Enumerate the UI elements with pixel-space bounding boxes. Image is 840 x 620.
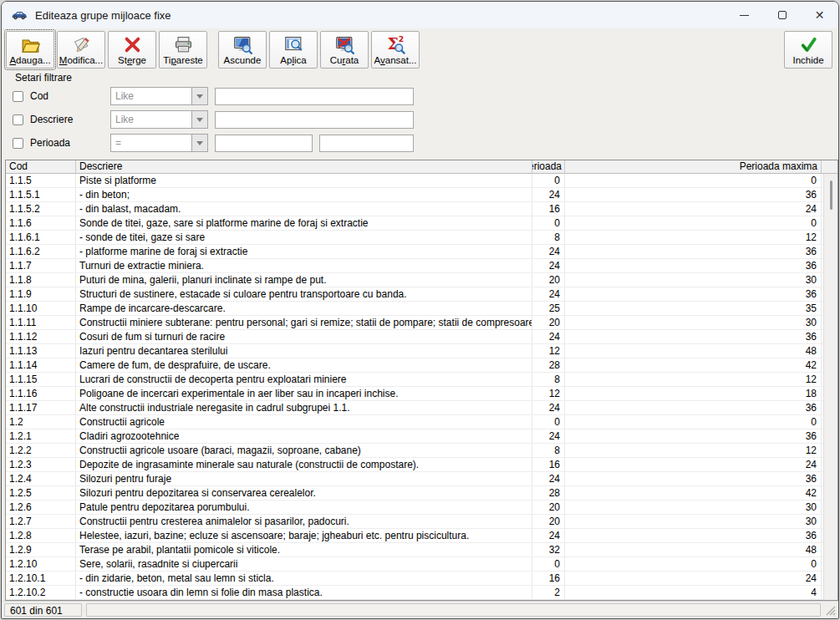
descriere-filter-input[interactable] xyxy=(215,111,414,129)
modifica-button[interactable]: Modifica... xyxy=(57,31,105,69)
table-row[interactable]: 1.1.15Lucrari de constructii de decopert… xyxy=(6,373,837,387)
adauga-button[interactable]: Adauga... xyxy=(6,31,54,69)
table-row[interactable]: 1.2.10Sere, solarii, rasadnite si ciuper… xyxy=(6,557,837,572)
cell-perioada: 24 xyxy=(532,330,565,343)
filter-row-perioada: Perioada= xyxy=(10,134,414,152)
table-row[interactable]: 1.2.6Patule pentru depozitarea porumbulu… xyxy=(6,501,837,515)
table-row[interactable]: 1.2.9Terase pe arabil, plantatii pomicol… xyxy=(6,543,837,557)
vertical-scrollbar[interactable] xyxy=(823,174,837,600)
cod-checkbox[interactable] xyxy=(13,91,23,102)
button-label: Inchide xyxy=(792,55,823,65)
perioada-filter-input-2[interactable] xyxy=(319,135,414,152)
cod-filter-input[interactable] xyxy=(215,88,414,105)
inchide-button[interactable]: Inchide xyxy=(784,31,832,69)
cell-perioada-maxima: 36 xyxy=(565,245,822,258)
cell-cod: 1.1.16 xyxy=(6,387,76,400)
curata-button[interactable]: Curata xyxy=(320,31,369,69)
table-row[interactable]: 1.1.17Alte constructii industriale nereg… xyxy=(6,401,837,415)
sterge-button[interactable]: Sterge xyxy=(108,31,156,69)
table-row[interactable]: 1.1.5.1- din beton;2436 xyxy=(6,188,837,202)
cell-cod: 1.2.7 xyxy=(6,515,76,528)
table-row[interactable]: 1.1.5.2- din balast, macadam.1624 xyxy=(6,202,837,216)
cell-descriere: Cosuri de fum si turnuri de racire xyxy=(76,330,532,343)
table-row[interactable]: 1.2.10.2- constructie usoara din lemn si… xyxy=(6,586,837,600)
table-row[interactable]: 1.1.9Structuri de sustinere, estacade si… xyxy=(6,287,837,302)
perioada-checkbox[interactable] xyxy=(13,138,23,149)
button-label: Sterge xyxy=(118,55,146,65)
hide-monitor-icon xyxy=(233,34,252,54)
cell-perioada: 24 xyxy=(532,472,565,485)
button-label: Aplica xyxy=(280,55,306,65)
filter-title: Setari filtrare xyxy=(15,72,414,84)
cell-descriere: Iazuri pentru decantarea sterilului xyxy=(76,344,532,358)
table-row[interactable]: 1.1.10Rampe de incarcare-descarcare.2535 xyxy=(6,302,837,316)
table-row[interactable]: 1.1.7Turnuri de extractie miniera.2436 xyxy=(6,259,837,273)
cell-cod: 1.1.7 xyxy=(6,259,76,272)
minimize-button[interactable] xyxy=(725,2,763,28)
maximize-button[interactable] xyxy=(763,2,801,28)
perioada-filter-input-1[interactable] xyxy=(215,135,313,152)
table-row[interactable]: 1.1.6Sonde de titei, gaze, sare si platf… xyxy=(6,216,837,231)
avansat-button[interactable]: Σ2Avansat... xyxy=(371,31,420,69)
cell-cod: 1.1.14 xyxy=(6,358,76,372)
filter-check-descriere: Descriere xyxy=(10,114,110,125)
table-row[interactable]: 1.2.2Constructii agricole usoare (baraci… xyxy=(6,444,837,458)
data-grid: CodDescrierePerioadaPerioada maxima 1.1.… xyxy=(5,160,838,601)
status-panel xyxy=(86,603,821,617)
table-row[interactable]: 1.1.11Constructii miniere subterane: pen… xyxy=(6,316,837,330)
table-row[interactable]: 1.1.8Puturi de mina, galerii, planuri in… xyxy=(6,273,837,287)
cell-descriere: Constructii agricole usoare (baraci, mag… xyxy=(76,444,532,457)
table-row[interactable]: 1.1.16Poligoane de incercari experimenta… xyxy=(6,387,837,401)
record-count: 601 din 601 xyxy=(4,603,82,617)
resize-grip-icon[interactable] xyxy=(824,604,837,617)
table-row[interactable]: 1.2.4Silozuri pentru furaje2436 xyxy=(6,472,837,486)
table-row[interactable]: 1.2.1Cladiri agrozootehnice2436 xyxy=(6,429,837,444)
cell-perioada-maxima: 36 xyxy=(565,287,822,301)
ascunde-button[interactable]: Ascunde xyxy=(218,31,267,69)
cell-perioada-maxima: 48 xyxy=(565,344,822,358)
table-row[interactable]: 1.1.5Piste si platforme00 xyxy=(6,174,837,188)
chevron-down-icon[interactable] xyxy=(191,88,207,104)
table-row[interactable]: 1.1.6.2- platforme marine de foraj si ex… xyxy=(6,245,837,259)
cell-descriere: Sonde de titei, gaze, sare si platforme … xyxy=(76,216,532,230)
descriere-operator-select[interactable]: Like xyxy=(110,110,208,129)
column-header-cod[interactable]: Cod xyxy=(6,160,76,173)
filter-panel: Setari filtrare CodLikeDescriereLikePeri… xyxy=(10,72,414,157)
filter-label: Cod xyxy=(30,90,48,102)
perioada-operator-select[interactable]: = xyxy=(110,134,208,152)
table-row[interactable]: 1.2.7Constructii pentru cresterea animal… xyxy=(6,515,837,529)
cell-cod: 1.2 xyxy=(6,415,76,429)
cell-perioada: 24 xyxy=(532,287,565,301)
chevron-down-icon[interactable] xyxy=(191,135,207,151)
table-row[interactable]: 1.1.13Iazuri pentru decantarea sterilulu… xyxy=(6,344,837,358)
chevron-down-icon[interactable] xyxy=(191,111,207,128)
close-button[interactable]: ✕ xyxy=(801,2,838,28)
column-header-descriere[interactable]: Descriere xyxy=(76,160,532,173)
column-header-perioada-maxima[interactable]: Perioada maxima xyxy=(565,160,822,173)
cell-perioada-maxima: 35 xyxy=(565,302,822,315)
close-icon: ✕ xyxy=(815,9,825,21)
cell-perioada-maxima: 36 xyxy=(565,529,822,542)
delete-x-icon xyxy=(123,34,142,54)
table-row[interactable]: 1.2.10.1- din zidarie, beton, metal sau … xyxy=(6,572,837,586)
cell-perioada: 20 xyxy=(532,316,565,329)
table-row[interactable]: 1.2.3Depozite de ingrasaminte minerale s… xyxy=(6,458,837,472)
table-row[interactable]: 1.2.8Helestee, iazuri, bazine; ecluze si… xyxy=(6,529,837,543)
tipareste-button[interactable]: Tipareste xyxy=(159,31,207,69)
button-label: Curata xyxy=(330,55,359,65)
descriere-checkbox[interactable] xyxy=(13,114,23,125)
table-row[interactable]: 1.1.14Camere de fum, de desprafuire, de … xyxy=(6,358,837,373)
cell-descriere: - constructie usoara din lemn si folie d… xyxy=(76,586,532,599)
table-row[interactable]: 1.2.5Silozuri pentru depozitarea si cons… xyxy=(6,486,837,501)
button-label: Ascunde xyxy=(224,55,262,65)
table-row[interactable]: 1.1.6.1- sonde de titei, gaze si sare812 xyxy=(6,231,837,245)
cod-operator-select[interactable]: Like xyxy=(110,87,208,105)
column-header-perioada[interactable]: Perioada xyxy=(532,160,565,173)
aplica-button[interactable]: Aplica xyxy=(269,31,318,69)
dialog-window: Editeaza grupe mijloace fixe ✕ Adauga...… xyxy=(1,1,839,619)
scrollbar-thumb[interactable] xyxy=(830,180,832,210)
table-row[interactable]: 1.2Constructii agricole00 xyxy=(6,415,837,429)
button-label: Modifica... xyxy=(59,55,103,65)
table-row[interactable]: 1.1.12Cosuri de fum si turnuri de racire… xyxy=(6,330,837,344)
cell-perioada-maxima: 12 xyxy=(565,231,822,244)
